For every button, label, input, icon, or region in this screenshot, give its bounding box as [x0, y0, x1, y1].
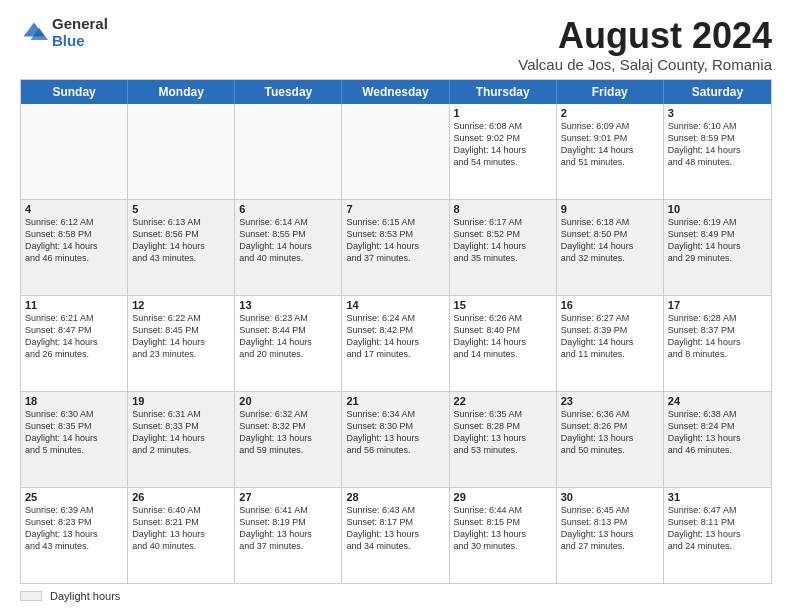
calendar-cell: 27Sunrise: 6:41 AM Sunset: 8:19 PM Dayli… [235, 488, 342, 583]
day-number: 29 [454, 491, 552, 503]
logo-icon [20, 19, 48, 47]
calendar-cell: 13Sunrise: 6:23 AM Sunset: 8:44 PM Dayli… [235, 296, 342, 391]
day-number: 3 [668, 107, 767, 119]
title-area: August 2024 Valcau de Jos, Salaj County,… [518, 16, 772, 73]
day-number: 11 [25, 299, 123, 311]
calendar-row: 25Sunrise: 6:39 AM Sunset: 8:23 PM Dayli… [21, 487, 771, 583]
header: General Blue August 2024 Valcau de Jos, … [20, 16, 772, 73]
day-number: 28 [346, 491, 444, 503]
day-number: 10 [668, 203, 767, 215]
day-info: Sunrise: 6:21 AM Sunset: 8:47 PM Dayligh… [25, 312, 123, 361]
day-number: 5 [132, 203, 230, 215]
day-info: Sunrise: 6:28 AM Sunset: 8:37 PM Dayligh… [668, 312, 767, 361]
calendar-cell: 5Sunrise: 6:13 AM Sunset: 8:56 PM Daylig… [128, 200, 235, 295]
day-info: Sunrise: 6:27 AM Sunset: 8:39 PM Dayligh… [561, 312, 659, 361]
day-info: Sunrise: 6:22 AM Sunset: 8:45 PM Dayligh… [132, 312, 230, 361]
day-info: Sunrise: 6:26 AM Sunset: 8:40 PM Dayligh… [454, 312, 552, 361]
calendar-cell: 30Sunrise: 6:45 AM Sunset: 8:13 PM Dayli… [557, 488, 664, 583]
legend-label: Daylight hours [50, 590, 120, 602]
day-info: Sunrise: 6:47 AM Sunset: 8:11 PM Dayligh… [668, 504, 767, 553]
calendar-cell: 4Sunrise: 6:12 AM Sunset: 8:58 PM Daylig… [21, 200, 128, 295]
day-info: Sunrise: 6:34 AM Sunset: 8:30 PM Dayligh… [346, 408, 444, 457]
calendar-cell: 2Sunrise: 6:09 AM Sunset: 9:01 PM Daylig… [557, 104, 664, 199]
day-info: Sunrise: 6:36 AM Sunset: 8:26 PM Dayligh… [561, 408, 659, 457]
subtitle: Valcau de Jos, Salaj County, Romania [518, 56, 772, 73]
calendar-header-cell: Friday [557, 80, 664, 104]
day-info: Sunrise: 6:12 AM Sunset: 8:58 PM Dayligh… [25, 216, 123, 265]
calendar-body: 1Sunrise: 6:08 AM Sunset: 9:02 PM Daylig… [21, 104, 771, 583]
day-info: Sunrise: 6:17 AM Sunset: 8:52 PM Dayligh… [454, 216, 552, 265]
calendar-cell: 6Sunrise: 6:14 AM Sunset: 8:55 PM Daylig… [235, 200, 342, 295]
calendar-cell: 20Sunrise: 6:32 AM Sunset: 8:32 PM Dayli… [235, 392, 342, 487]
calendar-row: 1Sunrise: 6:08 AM Sunset: 9:02 PM Daylig… [21, 104, 771, 199]
calendar-cell [235, 104, 342, 199]
day-number: 13 [239, 299, 337, 311]
day-info: Sunrise: 6:30 AM Sunset: 8:35 PM Dayligh… [25, 408, 123, 457]
day-number: 19 [132, 395, 230, 407]
calendar-cell: 31Sunrise: 6:47 AM Sunset: 8:11 PM Dayli… [664, 488, 771, 583]
calendar-cell: 10Sunrise: 6:19 AM Sunset: 8:49 PM Dayli… [664, 200, 771, 295]
day-number: 6 [239, 203, 337, 215]
calendar-cell: 21Sunrise: 6:34 AM Sunset: 8:30 PM Dayli… [342, 392, 449, 487]
day-number: 31 [668, 491, 767, 503]
calendar-cell: 15Sunrise: 6:26 AM Sunset: 8:40 PM Dayli… [450, 296, 557, 391]
day-info: Sunrise: 6:10 AM Sunset: 8:59 PM Dayligh… [668, 120, 767, 169]
calendar-cell [128, 104, 235, 199]
calendar-cell: 22Sunrise: 6:35 AM Sunset: 8:28 PM Dayli… [450, 392, 557, 487]
day-number: 8 [454, 203, 552, 215]
calendar-header-cell: Saturday [664, 80, 771, 104]
day-number: 12 [132, 299, 230, 311]
day-info: Sunrise: 6:18 AM Sunset: 8:50 PM Dayligh… [561, 216, 659, 265]
day-number: 9 [561, 203, 659, 215]
day-number: 22 [454, 395, 552, 407]
day-number: 18 [25, 395, 123, 407]
calendar-cell: 9Sunrise: 6:18 AM Sunset: 8:50 PM Daylig… [557, 200, 664, 295]
day-info: Sunrise: 6:44 AM Sunset: 8:15 PM Dayligh… [454, 504, 552, 553]
day-info: Sunrise: 6:39 AM Sunset: 8:23 PM Dayligh… [25, 504, 123, 553]
day-number: 30 [561, 491, 659, 503]
calendar-cell: 17Sunrise: 6:28 AM Sunset: 8:37 PM Dayli… [664, 296, 771, 391]
day-number: 27 [239, 491, 337, 503]
logo-blue: Blue [52, 33, 108, 50]
day-number: 4 [25, 203, 123, 215]
calendar-cell: 28Sunrise: 6:43 AM Sunset: 8:17 PM Dayli… [342, 488, 449, 583]
main-title: August 2024 [518, 16, 772, 56]
page: General Blue August 2024 Valcau de Jos, … [0, 0, 792, 612]
day-number: 1 [454, 107, 552, 119]
calendar: SundayMondayTuesdayWednesdayThursdayFrid… [20, 79, 772, 584]
day-info: Sunrise: 6:38 AM Sunset: 8:24 PM Dayligh… [668, 408, 767, 457]
day-info: Sunrise: 6:24 AM Sunset: 8:42 PM Dayligh… [346, 312, 444, 361]
day-info: Sunrise: 6:23 AM Sunset: 8:44 PM Dayligh… [239, 312, 337, 361]
day-number: 7 [346, 203, 444, 215]
day-info: Sunrise: 6:15 AM Sunset: 8:53 PM Dayligh… [346, 216, 444, 265]
day-number: 20 [239, 395, 337, 407]
calendar-cell: 8Sunrise: 6:17 AM Sunset: 8:52 PM Daylig… [450, 200, 557, 295]
calendar-row: 4Sunrise: 6:12 AM Sunset: 8:58 PM Daylig… [21, 199, 771, 295]
footer: Daylight hours [20, 590, 772, 602]
day-info: Sunrise: 6:41 AM Sunset: 8:19 PM Dayligh… [239, 504, 337, 553]
calendar-cell [21, 104, 128, 199]
calendar-cell: 16Sunrise: 6:27 AM Sunset: 8:39 PM Dayli… [557, 296, 664, 391]
day-info: Sunrise: 6:31 AM Sunset: 8:33 PM Dayligh… [132, 408, 230, 457]
calendar-cell: 29Sunrise: 6:44 AM Sunset: 8:15 PM Dayli… [450, 488, 557, 583]
day-info: Sunrise: 6:13 AM Sunset: 8:56 PM Dayligh… [132, 216, 230, 265]
calendar-header-cell: Sunday [21, 80, 128, 104]
calendar-cell: 24Sunrise: 6:38 AM Sunset: 8:24 PM Dayli… [664, 392, 771, 487]
day-info: Sunrise: 6:43 AM Sunset: 8:17 PM Dayligh… [346, 504, 444, 553]
day-number: 14 [346, 299, 444, 311]
day-info: Sunrise: 6:32 AM Sunset: 8:32 PM Dayligh… [239, 408, 337, 457]
calendar-row: 18Sunrise: 6:30 AM Sunset: 8:35 PM Dayli… [21, 391, 771, 487]
logo: General Blue [20, 16, 108, 49]
day-number: 26 [132, 491, 230, 503]
calendar-cell: 12Sunrise: 6:22 AM Sunset: 8:45 PM Dayli… [128, 296, 235, 391]
logo-general: General [52, 16, 108, 33]
calendar-row: 11Sunrise: 6:21 AM Sunset: 8:47 PM Dayli… [21, 295, 771, 391]
calendar-cell: 18Sunrise: 6:30 AM Sunset: 8:35 PM Dayli… [21, 392, 128, 487]
legend-box [20, 591, 42, 601]
day-info: Sunrise: 6:09 AM Sunset: 9:01 PM Dayligh… [561, 120, 659, 169]
calendar-cell: 11Sunrise: 6:21 AM Sunset: 8:47 PM Dayli… [21, 296, 128, 391]
logo-text: General Blue [52, 16, 108, 49]
calendar-cell: 26Sunrise: 6:40 AM Sunset: 8:21 PM Dayli… [128, 488, 235, 583]
calendar-header-cell: Monday [128, 80, 235, 104]
calendar-cell [342, 104, 449, 199]
